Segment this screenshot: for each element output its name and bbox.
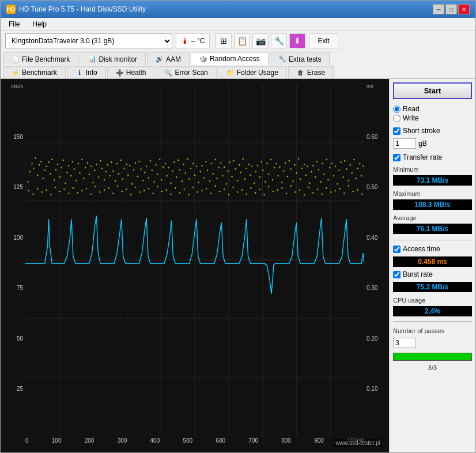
svg-point-180	[326, 158, 327, 160]
info-icon-btn[interactable]: 📋	[234, 33, 250, 48]
svg-point-92	[163, 166, 164, 168]
svg-point-59	[101, 168, 103, 169]
svg-point-82	[144, 172, 145, 173]
tab-disk-monitor[interactable]: 📊 Disk monitor	[80, 52, 146, 65]
svg-point-58	[100, 160, 101, 162]
svg-point-214	[86, 188, 87, 190]
write-radio[interactable]	[393, 115, 401, 122]
drive-select[interactable]: KingstonDataTraveler 3.0 (31 gB)	[5, 33, 172, 48]
svg-point-219	[108, 187, 109, 189]
svg-point-199	[361, 175, 362, 177]
svg-point-35	[57, 164, 58, 165]
burst-rate-checkbox-label[interactable]: Burst rate	[393, 270, 472, 278]
short-stroke-unit: gB	[418, 139, 427, 148]
svg-point-96	[170, 183, 171, 184]
svg-point-169	[305, 174, 307, 176]
svg-point-94	[167, 175, 168, 177]
access-time-checkbox[interactable]	[393, 246, 401, 253]
passes-input[interactable]	[393, 338, 416, 348]
svg-point-245	[224, 188, 225, 190]
menu-file[interactable]: File	[5, 19, 23, 29]
svg-point-187	[338, 169, 339, 171]
svg-point-271	[339, 188, 340, 190]
copy-icon-btn[interactable]: ⊞	[216, 33, 232, 48]
transfer-rate-checkbox-label[interactable]: Transfer rate	[393, 153, 472, 161]
camera-icon-btn[interactable]: 📷	[252, 33, 269, 48]
close-button[interactable]: ✕	[458, 4, 470, 14]
svg-point-50	[85, 167, 86, 169]
svg-point-226	[139, 191, 140, 193]
svg-point-56	[96, 164, 97, 165]
transfer-rate-checkbox[interactable]	[393, 154, 401, 161]
svg-point-200	[362, 165, 364, 167]
download-icon-btn[interactable]: ⬇	[289, 33, 305, 48]
svg-point-156	[281, 182, 282, 183]
svg-point-43	[72, 161, 73, 163]
svg-point-84	[148, 177, 149, 179]
svg-point-74	[129, 165, 130, 167]
svg-point-241	[206, 188, 207, 190]
settings-icon-btn[interactable]: 🔧	[271, 33, 287, 48]
tab-error-scan[interactable]: 🔍 Error Scan	[156, 66, 216, 78]
svg-point-91	[161, 179, 162, 181]
svg-point-150	[270, 158, 271, 160]
menu-help[interactable]: Help	[29, 19, 50, 29]
read-radio[interactable]	[393, 105, 401, 113]
short-stroke-checkbox-label[interactable]: Short stroke	[393, 127, 472, 135]
divider-2	[393, 321, 472, 322]
read-radio-label[interactable]: Read	[393, 105, 472, 113]
app-icon: HD	[6, 5, 16, 14]
svg-point-101	[179, 169, 180, 171]
svg-point-158	[285, 162, 286, 164]
svg-point-244	[219, 191, 220, 192]
tab-info[interactable]: ℹ Info	[67, 66, 106, 78]
short-stroke-row: gB	[393, 138, 472, 149]
svg-point-170	[307, 165, 308, 167]
svg-point-267	[322, 193, 323, 195]
svg-point-264	[308, 187, 309, 188]
exit-button[interactable]: Exit	[309, 33, 338, 48]
svg-point-175	[316, 161, 318, 163]
svg-point-228	[148, 188, 149, 190]
tab-health[interactable]: ➕ Health	[107, 66, 155, 78]
svg-point-185	[335, 165, 336, 167]
burst-rate-checkbox[interactable]	[393, 271, 401, 278]
svg-point-88	[155, 164, 156, 166]
access-time-checkbox-label[interactable]: Access time	[393, 245, 472, 253]
svg-point-251	[250, 187, 251, 189]
write-radio-label[interactable]: Write	[393, 114, 472, 122]
svg-point-137	[245, 168, 247, 169]
tab-aam[interactable]: 🔊 AAM	[147, 52, 190, 65]
short-stroke-checkbox[interactable]	[393, 127, 401, 135]
svg-point-51	[87, 162, 88, 164]
svg-point-90	[159, 158, 160, 160]
start-button[interactable]: Start	[393, 82, 472, 99]
svg-point-269	[330, 191, 331, 193]
svg-point-166	[300, 179, 301, 180]
svg-point-123	[220, 162, 221, 164]
svg-point-102	[182, 180, 183, 182]
svg-point-65	[112, 170, 114, 172]
short-stroke-input[interactable]	[393, 138, 416, 149]
svg-point-77	[135, 162, 136, 164]
tab-erase[interactable]: 🗑 Erase	[288, 66, 334, 78]
svg-point-259	[286, 192, 287, 194]
svg-point-85	[150, 160, 151, 162]
svg-point-115	[205, 161, 206, 163]
minimize-button[interactable]: ─	[433, 4, 444, 14]
svg-point-191	[346, 168, 347, 170]
tab-folder-usage[interactable]: 📁 Folder Usage	[218, 66, 287, 78]
tab-random-access[interactable]: 🎲 Random Access	[191, 52, 269, 65]
svg-point-233	[170, 193, 171, 195]
svg-point-165	[298, 158, 299, 160]
svg-point-24	[37, 174, 38, 176]
svg-point-47	[79, 172, 80, 174]
tab-file-benchmark[interactable]: 📄 File Benchmark	[3, 52, 78, 65]
toolbar: KingstonDataTraveler 3.0 (31 gB) 🌡 – °C …	[1, 31, 475, 51]
svg-point-239	[197, 191, 198, 193]
tab-extra-tests[interactable]: 🔧 Extra tests	[270, 52, 330, 65]
svg-point-220	[112, 192, 114, 194]
svg-point-240	[201, 190, 202, 192]
tab-benchmark[interactable]: ⚡ Benchmark	[3, 66, 66, 78]
maximize-button[interactable]: □	[445, 4, 457, 14]
